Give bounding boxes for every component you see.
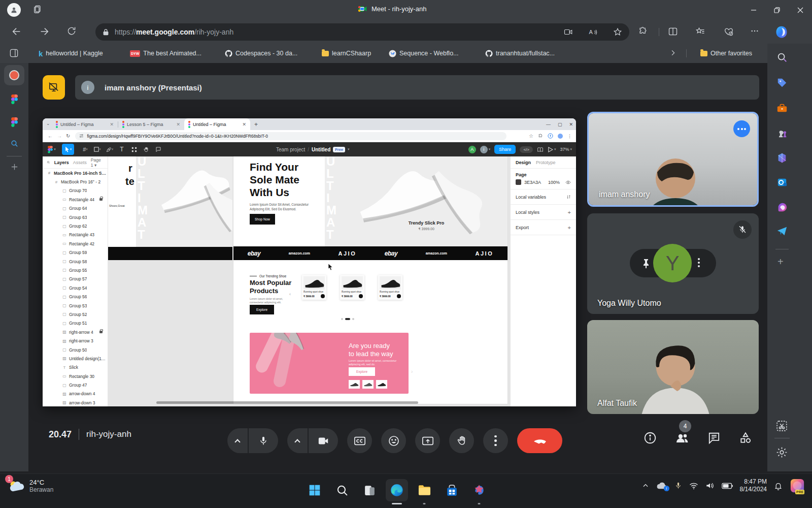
layers-search-icon[interactable]: [47, 160, 50, 165]
tile-yoga-willy[interactable]: Y Yoga Willy Utomo: [587, 213, 759, 314]
back-icon[interactable]: [11, 26, 22, 37]
camera-options-chevron[interactable]: [287, 438, 308, 444]
sidebar-shopping-icon[interactable]: [776, 77, 788, 88]
me​eting-details-icon[interactable]: [644, 431, 657, 444]
mini-star-icon[interactable]: ☆: [529, 133, 533, 139]
tab-actions-icon[interactable]: [32, 5, 43, 15]
mic-control[interactable]: [227, 428, 278, 453]
profile-avatar-icon[interactable]: [7, 3, 21, 17]
mini-forward-icon[interactable]: →: [57, 133, 62, 139]
share-button[interactable]: Share: [494, 145, 516, 154]
refresh-icon[interactable]: [66, 26, 77, 36]
taskbar-search-icon[interactable]: [331, 479, 353, 501]
local-styles-row[interactable]: Local styles+: [511, 205, 576, 220]
bookmark-trananhtuat[interactable]: trananhtuat/fullstac...: [481, 46, 559, 60]
sidebar-m365-icon[interactable]: [776, 152, 788, 164]
extensions-icon[interactable]: [638, 26, 648, 37]
export-row[interactable]: Export+: [511, 220, 576, 235]
frame-tool-icon[interactable]: #▾: [79, 144, 91, 155]
mini-profile-avatar[interactable]: [558, 134, 563, 139]
tile-options-button[interactable]: [733, 120, 750, 137]
bookmarks-overflow-icon[interactable]: [669, 49, 677, 57]
edge-taskbar-icon[interactable]: [386, 479, 408, 501]
tab-list-chevron-icon[interactable]: ⌄: [46, 121, 50, 126]
sidebar-drop-icon[interactable]: [776, 226, 788, 237]
layer-row[interactable]: ▨ right-arrow 4: [43, 328, 108, 336]
mini-refresh-icon[interactable]: ↻: [66, 133, 70, 139]
close-button[interactable]: [789, 0, 812, 20]
layer-row[interactable]: # MacBook Pro 16" - 2: [43, 177, 108, 186]
library-icon[interactable]: [537, 147, 544, 152]
tab-close-icon[interactable]: ✕: [242, 122, 246, 127]
end-call-button[interactable]: [517, 428, 562, 453]
color-swatch[interactable]: [516, 179, 521, 185]
chat-panel-icon[interactable]: [707, 431, 721, 444]
tab-search-icon[interactable]: [7, 139, 21, 148]
restore-button[interactable]: [765, 0, 789, 20]
layer-row[interactable]: ▨ Untitled design(115) 1: [43, 354, 108, 363]
mini-close-icon[interactable]: ✕: [569, 122, 573, 127]
tile-alfat-taufik[interactable]: Alfat Taufik: [587, 320, 759, 414]
sidebar-tools-icon[interactable]: [776, 103, 788, 114]
captions-button[interactable]: [347, 428, 372, 453]
people-panel-icon[interactable]: 4: [675, 431, 689, 444]
pen-tool-icon[interactable]: ▾: [104, 144, 116, 155]
tab-close-icon[interactable]: ✕: [176, 122, 180, 127]
layer-row[interactable]: ▭ Rectangle 44: [43, 195, 108, 204]
favorite-star-icon[interactable]: [613, 27, 622, 37]
clock[interactable]: 8:47 PM 8/14/2024: [740, 478, 767, 493]
volume-tray-icon[interactable]: [705, 482, 715, 490]
present-screen-button[interactable]: [415, 428, 440, 453]
sidebar-customize-icon[interactable]: +: [777, 256, 784, 268]
paint-app-icon[interactable]: [468, 479, 490, 501]
sidebar-outlook-icon[interactable]: [776, 177, 788, 188]
mini-tab-3-active[interactable]: Untitled – Figma✕: [184, 118, 250, 130]
tray-expand-icon[interactable]: [642, 482, 649, 489]
zoom-menu[interactable]: 37%▾: [560, 147, 572, 152]
sidebar-toggle-icon[interactable]: [9, 48, 19, 58]
mini-minimize-icon[interactable]: —: [546, 122, 551, 127]
layer-row[interactable]: ▢ Group 50: [43, 345, 108, 354]
mic-options-chevron[interactable]: [227, 438, 248, 444]
mini-download-icon[interactable]: [548, 133, 553, 139]
layer-row[interactable]: ▢ Group 47: [43, 380, 108, 389]
microsoft-store-icon[interactable]: [441, 479, 463, 501]
tab-design[interactable]: Design: [516, 160, 531, 165]
figma-tab-icon[interactable]: [7, 94, 21, 104]
figma-tab-icon[interactable]: [7, 117, 21, 127]
active-tab[interactable]: Meet - rih-yojy-anh: [358, 5, 426, 13]
layer-row[interactable]: ▭ Rectangle 42: [43, 239, 108, 248]
local-variables-row[interactable]: Local variables: [511, 189, 576, 205]
layer-row[interactable]: ▢ Group 64: [43, 204, 108, 213]
tab-close-icon[interactable]: ✕: [110, 122, 114, 127]
mic-in-use-tray-icon[interactable]: [674, 481, 682, 490]
figma-menu-icon[interactable]: ▾: [46, 144, 58, 155]
browser-essentials-icon[interactable]: [724, 26, 734, 37]
layer-row[interactable]: ▢ Group 57: [43, 275, 108, 283]
user-avatar-menu[interactable]: i▾: [480, 146, 491, 153]
onedrive-tray-icon[interactable]: i: [656, 482, 667, 490]
tab-assets[interactable]: Assets: [73, 160, 87, 165]
presentation-warning-icon[interactable]: [43, 75, 65, 100]
layer-row[interactable]: ▢ Group 51: [43, 319, 108, 328]
mic-icon[interactable]: [249, 435, 278, 447]
start-button[interactable]: [303, 479, 326, 501]
other-favorites[interactable]: Other favorites: [696, 46, 756, 60]
tab-layers[interactable]: Layers: [54, 160, 69, 165]
layer-row[interactable]: T Slick: [43, 363, 108, 372]
mini-address-pill[interactable]: figma.com/design/Hqwff9FBIY9OVe6KFJrB0O/…: [75, 132, 506, 140]
copilot-icon[interactable]: [774, 25, 789, 39]
layer-row[interactable]: ▢ Group 62: [43, 221, 108, 230]
reactions-button[interactable]: [381, 428, 406, 453]
plus-icon[interactable]: +: [568, 209, 571, 215]
pin-icon[interactable]: [641, 258, 651, 269]
mini-back-icon[interactable]: ←: [48, 133, 53, 139]
bookmark-codespaces[interactable]: Codespaces - 30 da...: [221, 46, 301, 60]
layer-row[interactable]: ▢ Group 63: [43, 213, 108, 221]
split-screen-icon[interactable]: [668, 26, 678, 37]
figma-breadcrumb[interactable]: Team project / Untitled Free ▾: [276, 142, 350, 156]
camera-control[interactable]: [287, 428, 338, 453]
components-tool-icon[interactable]: [128, 144, 140, 155]
wifi-tray-icon[interactable]: [689, 482, 698, 490]
dev-mode-toggle[interactable]: </>: [520, 146, 533, 153]
